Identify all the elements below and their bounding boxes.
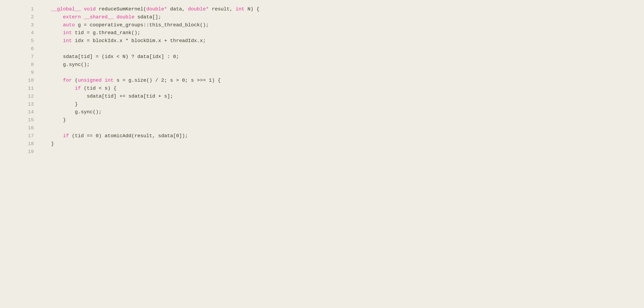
keyword-token: for [63, 78, 72, 83]
code-line-content: auto g = cooperative_groups::this_thread… [39, 21, 640, 29]
code-token [39, 38, 63, 43]
code-token [39, 6, 51, 12]
code-token [39, 14, 63, 20]
line-number: 1 [4, 5, 39, 13]
keyword-token: unsigned [78, 78, 102, 83]
keyword-token: int [63, 30, 72, 35]
keyword-token: int [105, 78, 114, 83]
code-token: (tid < s) { [81, 86, 116, 91]
code-token: } [39, 117, 66, 123]
code-token: g.sync(); [39, 62, 90, 67]
code-token [81, 14, 84, 20]
table-row: 6 [4, 45, 640, 53]
code-token: sdata[]; [134, 14, 161, 20]
code-token: idx = blockIdx.x * blockDim.x + threadId… [72, 38, 206, 43]
code-line-content: } [39, 140, 640, 148]
code-container: 1 __global__ void reduceSumKernel(double… [0, 0, 644, 308]
line-number: 15 [4, 116, 39, 124]
table-row: 2 extern __shared__ double sdata[]; [4, 13, 640, 21]
code-line-content: sdata[tid] = (idx < N) ? data[idx] : 0; [39, 53, 640, 61]
table-row: 13 } [4, 100, 640, 108]
table-row: 7 sdata[tid] = (idx < N) ? data[idx] : 0… [4, 53, 640, 61]
line-number: 3 [4, 21, 39, 29]
line-number: 8 [4, 61, 39, 69]
code-line-content: int idx = blockIdx.x * blockDim.x + thre… [39, 37, 640, 45]
code-line-content [39, 45, 640, 53]
code-token [114, 14, 116, 20]
table-row: 9 [4, 69, 640, 77]
code-token [39, 78, 63, 83]
table-row: 18 } [4, 140, 640, 148]
code-line-content [39, 124, 640, 132]
table-row: 5 int idx = blockIdx.x * blockDim.x + th… [4, 37, 640, 45]
table-row: 4 int tid = g.thread_rank(); [4, 29, 640, 37]
code-token: data, [167, 6, 188, 12]
line-number: 2 [4, 13, 39, 21]
keyword-token: __global__ [51, 6, 81, 12]
line-number: 14 [4, 108, 39, 116]
line-number: 11 [4, 85, 39, 92]
table-row: 10 for (unsigned int s = g.size() / 2; s… [4, 77, 640, 85]
keyword-token: if [63, 133, 69, 139]
line-number: 12 [4, 92, 39, 100]
keyword-token: __shared__ [84, 14, 114, 20]
code-line-content: if (tid < s) { [39, 85, 640, 92]
line-number: 9 [4, 69, 39, 77]
line-number: 7 [4, 53, 39, 61]
table-row: 1 __global__ void reduceSumKernel(double… [4, 5, 640, 13]
line-number: 13 [4, 100, 39, 108]
table-row: 17 if (tid == 0) atomicAdd(result, sdata… [4, 132, 640, 140]
code-token [39, 133, 63, 139]
code-line-content: __global__ void reduceSumKernel(double* … [39, 5, 640, 13]
table-row: 19 [4, 148, 640, 156]
code-line-content: if (tid == 0) atomicAdd(result, sdata[0]… [39, 132, 640, 140]
table-row: 3 auto g = cooperative_groups::this_thre… [4, 21, 640, 29]
code-token: g = cooperative_groups::this_thread_bloc… [75, 22, 209, 28]
code-token: s = g.size() / 2; s > 0; s >>= 1) { [114, 78, 221, 83]
code-line-content [39, 69, 640, 77]
table-row: 8 g.sync(); [4, 61, 640, 69]
code-token: } [39, 141, 54, 147]
code-line-content: extern __shared__ double sdata[]; [39, 13, 640, 21]
code-table: 1 __global__ void reduceSumKernel(double… [4, 5, 640, 156]
line-number: 5 [4, 37, 39, 45]
code-token: tid = g.thread_rank(); [72, 30, 140, 35]
code-line-content: } [39, 116, 640, 124]
code-line-content: } [39, 100, 640, 108]
keyword-token: double [116, 14, 134, 20]
code-line-content [39, 148, 640, 156]
table-row: 14 g.sync(); [4, 108, 640, 116]
code-line-content: int tid = g.thread_rank(); [39, 29, 640, 37]
line-number: 17 [4, 132, 39, 140]
code-line-content: for (unsigned int s = g.size() / 2; s > … [39, 77, 640, 85]
keyword-token: double* [188, 6, 209, 12]
code-token [39, 86, 75, 91]
code-line-content: g.sync(); [39, 108, 640, 116]
table-row: 15 } [4, 116, 640, 124]
table-row: 11 if (tid < s) { [4, 85, 640, 92]
keyword-token: int [236, 6, 244, 12]
code-token [81, 6, 84, 12]
keyword-token: void [84, 6, 96, 12]
table-row: 16 [4, 124, 640, 132]
code-token [102, 78, 105, 83]
code-token: sdata[tid] += sdata[tid + s]; [39, 94, 173, 99]
line-number: 4 [4, 29, 39, 37]
line-number: 10 [4, 77, 39, 85]
line-number: 19 [4, 148, 39, 156]
code-token [39, 30, 63, 35]
table-row: 12 sdata[tid] += sdata[tid + s]; [4, 92, 640, 100]
keyword-token: int [63, 38, 72, 43]
code-line-content: sdata[tid] += sdata[tid + s]; [39, 92, 640, 100]
code-token: result, [209, 6, 236, 12]
keyword-token: if [75, 86, 81, 91]
line-number: 6 [4, 45, 39, 53]
code-token [39, 22, 63, 28]
line-number: 18 [4, 140, 39, 148]
code-line-content: g.sync(); [39, 61, 640, 69]
keyword-token: auto [63, 22, 75, 28]
code-token: g.sync(); [39, 109, 102, 115]
code-token: sdata[tid] = (idx < N) ? data[idx] : 0; [39, 54, 179, 59]
keyword-token: double* [146, 6, 167, 12]
code-token: N) { [244, 6, 259, 12]
